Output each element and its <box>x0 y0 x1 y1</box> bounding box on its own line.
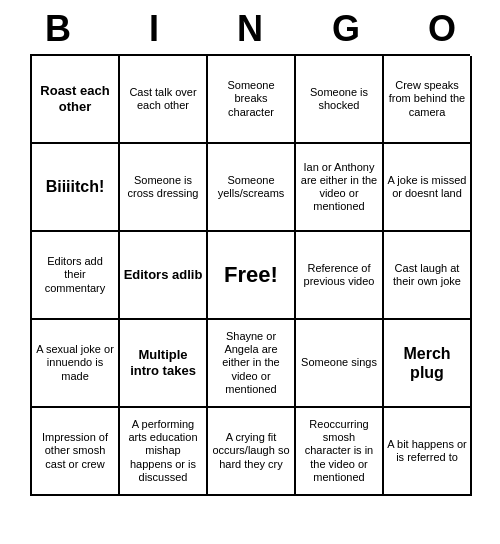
bingo-cell: A joke is missed or doesnt land <box>384 144 472 232</box>
bingo-cell: Roast each other <box>32 56 120 144</box>
bingo-cell: Crew speaks from behind the camera <box>384 56 472 144</box>
bingo-grid: Roast each otherCast talk over each othe… <box>30 54 470 496</box>
bingo-cell: Free! <box>208 232 296 320</box>
bingo-cell: Multiple intro takes <box>120 320 208 408</box>
bingo-cell: A performing arts education mishap happe… <box>120 408 208 496</box>
bingo-cell: Editors add their commentary <box>32 232 120 320</box>
bingo-letter: I <box>110 8 198 50</box>
bingo-cell: Reference of previous video <box>296 232 384 320</box>
bingo-cell: Editors adlib <box>120 232 208 320</box>
bingo-cell: Impression of other smosh cast or crew <box>32 408 120 496</box>
bingo-cell: Someone sings <box>296 320 384 408</box>
bingo-cell: Shayne or Angela are either in the video… <box>208 320 296 408</box>
bingo-cell: Someone breaks character <box>208 56 296 144</box>
bingo-letter: O <box>398 8 486 50</box>
bingo-cell: Biiiitch! <box>32 144 120 232</box>
bingo-cell: Cast talk over each other <box>120 56 208 144</box>
bingo-cell: Reoccurring smosh character is in the vi… <box>296 408 384 496</box>
bingo-cell: Someone is cross dressing <box>120 144 208 232</box>
bingo-letter: B <box>14 8 102 50</box>
bingo-cell: Someone yells/screams <box>208 144 296 232</box>
bingo-letter: G <box>302 8 390 50</box>
bingo-header: BINGO <box>10 0 490 54</box>
bingo-cell: Ian or Anthony are either in the video o… <box>296 144 384 232</box>
bingo-letter: N <box>206 8 294 50</box>
bingo-cell: Merch plug <box>384 320 472 408</box>
bingo-cell: Someone is shocked <box>296 56 384 144</box>
bingo-cell: Cast laugh at their own joke <box>384 232 472 320</box>
bingo-cell: A crying fit occurs/laugh so hard they c… <box>208 408 296 496</box>
bingo-cell: A sexual joke or innuendo is made <box>32 320 120 408</box>
bingo-cell: A bit happens or is referred to <box>384 408 472 496</box>
